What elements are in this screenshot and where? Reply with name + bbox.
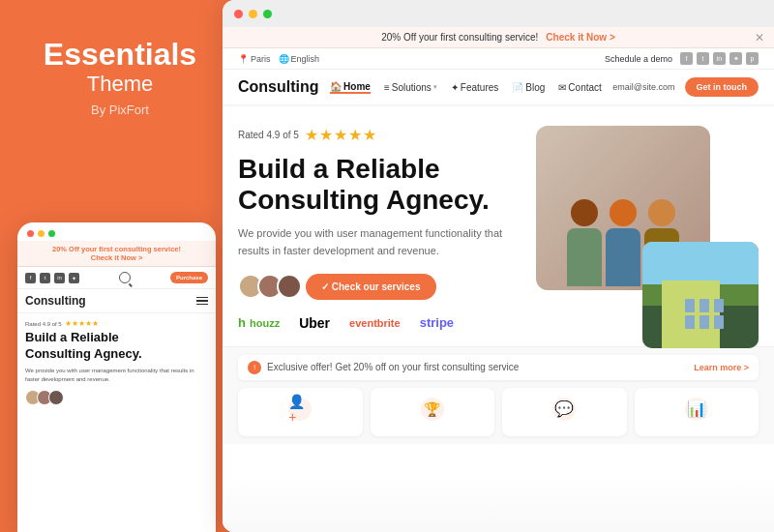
meta-left: 📍 Paris 🌐 English xyxy=(238,54,319,64)
avatar-3 xyxy=(48,390,64,405)
check-services-button[interactable]: ✓ Check our services xyxy=(306,274,436,300)
desktop-notification-bar: 20% Off your first consulting service! C… xyxy=(223,27,774,48)
mobile-dot-green xyxy=(48,230,55,237)
desktop-title-bar xyxy=(223,0,774,27)
nav-solutions[interactable]: ≡ Solutions ▾ xyxy=(384,82,437,93)
pinterest-icon[interactable]: p xyxy=(746,52,759,65)
notification-close-icon[interactable]: ✕ xyxy=(755,31,764,44)
card-icon-1: 👤+ xyxy=(288,398,312,421)
hero-rating: Rated 4.9 of 5 ★★★★★ xyxy=(238,126,521,144)
instagram-icon[interactable]: ✦ xyxy=(729,52,742,65)
hero-avatar-3 xyxy=(277,274,302,299)
get-in-touch-button[interactable]: Get in touch xyxy=(685,77,759,97)
mobile-body-text: We provide you with user management func… xyxy=(17,367,216,390)
brand-title: Essentials xyxy=(44,39,196,70)
nav-home[interactable]: 🏠 Home xyxy=(330,81,371,94)
hero-heading: Build a Reliable Consulting Agnecy. xyxy=(238,154,521,216)
mobile-rating-label: Rated 4.9 of 5 xyxy=(25,321,62,327)
search-icon[interactable] xyxy=(119,272,131,283)
offer-text: Exclusive offer! Get 20% off on your fir… xyxy=(267,362,519,372)
window-3 xyxy=(714,299,724,312)
twitter-icon[interactable]: t xyxy=(697,52,709,65)
hero-stars: ★★★★★ xyxy=(305,126,377,144)
meta-right: Schedule a demo f t in ✦ p xyxy=(605,52,759,65)
eventbrite-logo: eventbrite xyxy=(349,317,401,329)
hero-secondary-image xyxy=(642,242,759,348)
twitter-icon[interactable]: t xyxy=(40,273,50,283)
window-6 xyxy=(714,315,724,329)
desktop-content: 20% Off your first consulting service! C… xyxy=(223,27,774,532)
linkedin-icon[interactable]: in xyxy=(54,273,65,283)
person-head-2 xyxy=(610,199,637,226)
brand-subtitle: Theme xyxy=(87,72,153,97)
nav-email: email@site.com xyxy=(612,82,674,92)
meta-social: f t in ✦ p xyxy=(680,52,759,65)
bottom-card-4: 📊 xyxy=(635,388,759,436)
uber-logo: Uber xyxy=(299,315,330,331)
globe-icon: 🌐 xyxy=(279,54,289,64)
contact-icon: ✉ xyxy=(558,82,566,93)
window-2 xyxy=(700,299,709,312)
hero-left: Rated 4.9 of 5 ★★★★★ Build a Reliable Co… xyxy=(238,126,521,331)
mobile-banner: 20% Off your first consulting service! C… xyxy=(17,241,216,267)
mobile-logo: Consulting xyxy=(25,294,86,308)
bottom-offer-bar: ! Exclusive offer! Get 20% off on your f… xyxy=(238,355,759,380)
building-windows xyxy=(685,299,726,329)
linkedin-icon[interactable]: in xyxy=(713,52,726,65)
desktop-mockup: 20% Off your first consulting service! C… xyxy=(223,0,774,532)
houzz-logo: h houzz xyxy=(238,315,280,330)
offer-icon: ! xyxy=(248,361,261,374)
location-icon: 📍 xyxy=(238,54,249,64)
bottom-card-2: 🏆 xyxy=(371,388,495,436)
mobile-rating-row: Rated 4.9 of 5 ★★★★★ xyxy=(17,313,216,330)
person-1 xyxy=(567,199,602,286)
nav-links: 🏠 Home ≡ Solutions ▾ ✦ Features 📄 Blog xyxy=(330,81,602,94)
hero-body-text: We provide you with user management func… xyxy=(238,225,509,259)
building-image xyxy=(642,242,759,348)
hero-avatars xyxy=(238,274,296,299)
hamburger-icon[interactable] xyxy=(196,297,208,306)
card-icon-4: 📊 xyxy=(685,398,708,421)
desktop-dot-green xyxy=(263,10,272,18)
building-wall xyxy=(662,281,720,348)
chevron-down-icon: ▾ xyxy=(433,83,437,91)
location-item: 📍 Paris xyxy=(238,54,271,64)
mobile-stars: ★★★★★ xyxy=(65,319,99,328)
nav-features[interactable]: ✦ Features xyxy=(451,82,498,93)
desktop-dot-yellow xyxy=(249,10,257,18)
nav-contact[interactable]: ✉ Contact xyxy=(558,82,601,93)
bottom-cards: 👤+ 🏆 💬 📊 xyxy=(238,388,759,436)
desktop-nav: Consulting 🏠 Home ≡ Solutions ▾ ✦ Featur… xyxy=(223,70,774,106)
facebook-icon[interactable]: f xyxy=(680,52,693,65)
brand-logos: h houzz Uber eventbrite stripe xyxy=(238,315,521,331)
bottom-card-3: 💬 xyxy=(502,388,627,436)
instagram-icon[interactable]: ✦ xyxy=(69,273,79,283)
mobile-dot-yellow xyxy=(38,230,45,237)
notification-link[interactable]: Check it Now > xyxy=(546,32,614,43)
blog-icon: 📄 xyxy=(512,82,523,93)
purchase-button[interactable]: Purchase xyxy=(170,272,208,283)
desktop-dot-red xyxy=(234,10,243,18)
nav-right: email@site.com Get in touch xyxy=(612,77,759,97)
mobile-logo-row: Consulting xyxy=(17,289,216,313)
person-body-1 xyxy=(567,228,602,286)
nav-blog[interactable]: 📄 Blog xyxy=(512,82,545,93)
mobile-avatars xyxy=(17,390,216,405)
schedule-demo-button[interactable]: Schedule a demo xyxy=(605,54,672,64)
window-4 xyxy=(685,315,695,329)
desktop-meta-bar: 📍 Paris 🌐 English Schedule a demo f t in… xyxy=(223,48,774,70)
star-icon: ✦ xyxy=(451,82,459,93)
brand-by: By PixFort xyxy=(91,103,149,117)
facebook-icon[interactable]: f xyxy=(25,273,36,283)
desktop-hero: Rated 4.9 of 5 ★★★★★ Build a Reliable Co… xyxy=(223,106,774,346)
person-body-2 xyxy=(606,228,640,286)
person-head-1 xyxy=(571,199,598,226)
mobile-social-icons: f t in ✦ xyxy=(25,273,79,283)
mobile-mockup: 20% Off your first consulting service! C… xyxy=(17,222,216,532)
home-icon: 🏠 xyxy=(330,81,342,92)
mobile-dot-red xyxy=(27,230,34,237)
person-head-3 xyxy=(648,199,675,226)
mobile-check-link[interactable]: Check it Now > xyxy=(91,253,143,262)
learn-more-link[interactable]: Learn more > xyxy=(694,363,749,372)
mobile-nav-row: f t in ✦ Purchase xyxy=(17,267,216,289)
